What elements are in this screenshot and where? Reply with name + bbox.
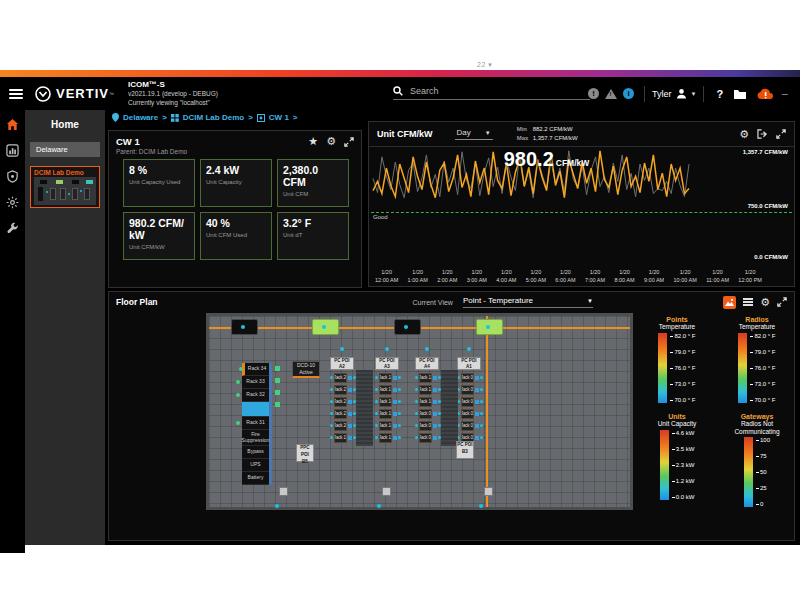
sensor-point[interactable] — [480, 400, 483, 403]
sidebar-item-delaware[interactable]: Delaware — [30, 142, 100, 157]
rack-unit[interactable]: Rack 04 — [461, 397, 474, 407]
pdu-box[interactable]: PC POIB3 — [456, 441, 474, 459]
time-range-select[interactable]: Day ▼ — [455, 128, 493, 140]
sidebar-item-dcim-lab-demo[interactable]: DCIM Lab Demo — [30, 166, 100, 208]
rack-unit[interactable]: Rack 16 — [379, 397, 392, 407]
pdu-header[interactable]: PC POIA3 — [375, 357, 399, 370]
pdu-header[interactable]: PC POIA1 — [457, 357, 481, 370]
floor-plan-map[interactable]: Rack 34Rack 33Rack 32Rack 31Fire Suppres… — [206, 313, 633, 510]
sensor-point[interactable] — [479, 504, 483, 508]
rack-unit[interactable]: Rack 05 — [461, 385, 474, 395]
favorite-star-icon[interactable]: ★ — [308, 136, 318, 147]
sensor-point[interactable] — [377, 504, 381, 508]
sensor-point[interactable] — [375, 376, 378, 379]
metric-tile[interactable]: 40 %Unit CFM Used — [200, 212, 272, 260]
rack-unit[interactable]: Rack 08 — [419, 421, 432, 431]
sensor-point[interactable] — [415, 388, 418, 391]
breadcrumb-cw1[interactable]: CW 1 — [269, 113, 289, 122]
sensor-point[interactable] — [375, 400, 378, 403]
home-icon[interactable] — [6, 118, 19, 131]
pdu-box[interactable]: PPC POIB5 — [296, 444, 314, 462]
sensor-point[interactable] — [330, 400, 333, 403]
gear-icon[interactable]: ⚙ — [326, 136, 336, 147]
sensor-point[interactable] — [480, 436, 483, 439]
breadcrumb-dcim-lab-demo[interactable]: DCIM Lab Demo — [183, 113, 244, 122]
errors-status-icon[interactable]: ! — [588, 88, 599, 99]
sensor-point[interactable] — [330, 436, 333, 439]
sensor-point[interactable] — [375, 412, 378, 415]
sensor-point[interactable] — [330, 412, 333, 415]
breadcrumb-delaware[interactable]: Delaware — [123, 113, 158, 122]
hamburger-menu-icon[interactable] — [9, 87, 23, 101]
sensor-point[interactable] — [467, 347, 471, 351]
sensor-point[interactable] — [385, 347, 389, 351]
crac-unit[interactable] — [476, 319, 503, 335]
minimize-button[interactable]: _ — [782, 84, 788, 95]
rack-unit[interactable]: Rack 22 — [334, 397, 347, 407]
user-menu[interactable]: Tyler ▼ — [652, 88, 696, 99]
metric-tile[interactable]: 3.2° FUnit dT — [277, 212, 349, 260]
sensor-point[interactable] — [375, 436, 378, 439]
sensor-point[interactable] — [398, 388, 401, 391]
rack-unit[interactable]: Battery — [242, 472, 269, 485]
folder-icon[interactable] — [733, 88, 747, 100]
sensor-point[interactable] — [275, 504, 279, 508]
cooling-unit[interactable] — [242, 402, 269, 417]
rack-unit[interactable]: UPS — [242, 459, 269, 472]
sensor-point[interactable] — [330, 424, 333, 427]
sensor-point[interactable] — [480, 412, 483, 415]
rack-unit[interactable]: Rack 12 — [419, 373, 432, 383]
rack-unit[interactable]: Rack 33 — [242, 376, 269, 389]
search-bar[interactable] — [393, 85, 590, 100]
crac-unit[interactable] — [231, 319, 258, 335]
sensor-point[interactable] — [480, 424, 483, 427]
sensor-point[interactable] — [398, 412, 401, 415]
sensor-point[interactable] — [330, 376, 333, 379]
sensor-point[interactable] — [375, 424, 378, 427]
rack-unit[interactable]: Rack 19 — [334, 433, 347, 443]
sensor-point[interactable] — [398, 376, 401, 379]
line-chart[interactable]: 980.2CFM/kW 1,357.7 CFM/kW 750.0 CFM/kW … — [369, 148, 794, 265]
help-button[interactable]: ? — [716, 88, 723, 100]
rack-unit[interactable]: Rack 03 — [461, 409, 474, 419]
sensor-point[interactable] — [415, 436, 418, 439]
rack-unit[interactable]: Rack 13 — [379, 433, 392, 443]
rack-unit[interactable]: Rack 34 — [242, 363, 269, 376]
sensor-point[interactable] — [415, 412, 418, 415]
rack-unit[interactable]: Rack 32 — [242, 389, 269, 402]
sensor-point[interactable] — [375, 388, 378, 391]
warnings-status-icon[interactable]: ! — [605, 89, 617, 99]
cloud-alert-icon[interactable] — [757, 87, 774, 100]
sensor-point[interactable] — [398, 436, 401, 439]
settings-icon[interactable] — [6, 196, 19, 209]
expand-icon[interactable] — [776, 129, 786, 139]
rack-unit[interactable]: Rack 10 — [419, 397, 432, 407]
sensor-point[interactable] — [415, 424, 418, 427]
rack-unit[interactable]: Bypass — [242, 446, 269, 459]
rack-unit[interactable]: Rack 18 — [379, 373, 392, 383]
reports-icon[interactable] — [6, 144, 19, 157]
metric-tile[interactable]: 980.2 CFM/ kWUnit CFM/kW — [123, 212, 195, 260]
pdu-header[interactable]: PC POIA2 — [330, 357, 354, 370]
list-view-icon[interactable] — [743, 297, 753, 308]
metric-tile[interactable]: 2,380.0 CFMUnit CFM — [277, 159, 349, 207]
rack-unit[interactable]: Rack 23 — [334, 385, 347, 395]
sensor-point[interactable] — [340, 347, 344, 351]
sensor-point[interactable] — [415, 400, 418, 403]
metric-tile[interactable]: 2.4 kWUnit Capacity — [200, 159, 272, 207]
search-input[interactable] — [408, 85, 582, 97]
map-image-icon[interactable] — [723, 296, 736, 309]
gear-icon[interactable]: ⚙ — [739, 129, 749, 140]
crac-unit[interactable] — [394, 319, 421, 335]
view-select[interactable]: Point - Temperature ▼ — [463, 296, 593, 308]
rack-unit[interactable]: Rack 31 — [242, 417, 269, 430]
rack-unit[interactable]: Rack 20 — [334, 421, 347, 431]
browser-zoom-indicator[interactable]: 22 ▾ — [477, 61, 492, 69]
sensor-point[interactable] — [398, 400, 401, 403]
sensor-point[interactable] — [425, 347, 429, 351]
sensor-point[interactable] — [480, 376, 483, 379]
rack-unit[interactable]: Rack 14 — [379, 421, 392, 431]
sensor-point[interactable] — [398, 424, 401, 427]
gear-icon[interactable]: ⚙ — [760, 297, 770, 308]
rack-unit[interactable]: Rack 24 — [334, 373, 347, 383]
